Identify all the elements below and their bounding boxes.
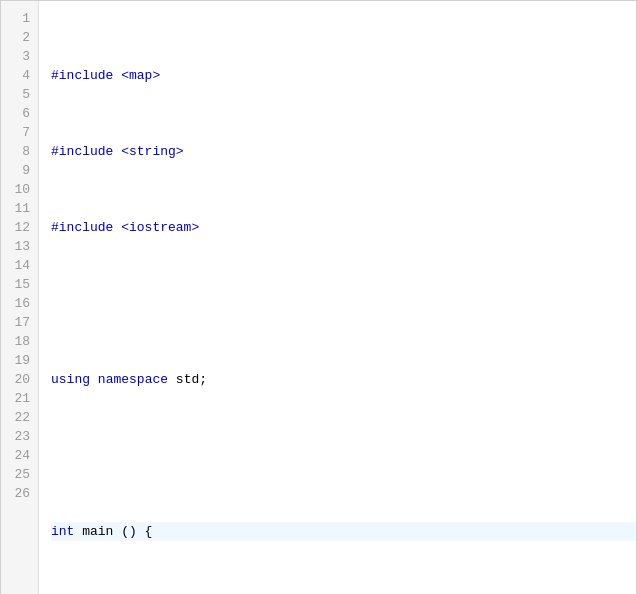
code-line-6: [51, 446, 636, 465]
token: int: [51, 524, 74, 539]
line-num: 11: [1, 199, 38, 218]
line-num: 13: [1, 237, 38, 256]
line-num: 14: [1, 256, 38, 275]
line-num: 22: [1, 408, 38, 427]
line-num: 17: [1, 313, 38, 332]
line-num: 26: [1, 484, 38, 503]
line-num: 7: [1, 123, 38, 142]
line-num: 18: [1, 332, 38, 351]
line-num: 12: [1, 218, 38, 237]
token: #include <map>: [51, 68, 160, 83]
token: #include <string>: [51, 144, 184, 159]
line-num: 3: [1, 47, 38, 66]
line-num: 9: [1, 161, 38, 180]
token: namespace: [98, 372, 168, 387]
line-num: 21: [1, 389, 38, 408]
line-num: 4: [1, 66, 38, 85]
code-line-7: int main () {: [51, 522, 636, 541]
line-num: 19: [1, 351, 38, 370]
line-num: 8: [1, 142, 38, 161]
code-line-5: using namespace std;: [51, 370, 636, 389]
line-num: 5: [1, 85, 38, 104]
line-num: 20: [1, 370, 38, 389]
code-line-1: #include <map>: [51, 66, 636, 85]
code-content[interactable]: #include <map> #include <string> #includ…: [39, 1, 636, 594]
line-num: 16: [1, 294, 38, 313]
code-editor: 1 2 3 4 5 6 7 8 9 10 11 12 13 14 15 16 1…: [0, 0, 637, 594]
line-num: 23: [1, 427, 38, 446]
code-line-2: #include <string>: [51, 142, 636, 161]
code-line-4: [51, 294, 636, 313]
token: using: [51, 372, 90, 387]
code-area: 1 2 3 4 5 6 7 8 9 10 11 12 13 14 15 16 1…: [1, 1, 636, 594]
line-num: 1: [1, 9, 38, 28]
line-numbers: 1 2 3 4 5 6 7 8 9 10 11 12 13 14 15 16 1…: [1, 1, 39, 594]
line-num: 24: [1, 446, 38, 465]
token: [90, 372, 98, 387]
token: std;: [168, 372, 207, 387]
code-line-3: #include <iostream>: [51, 218, 636, 237]
line-num: 25: [1, 465, 38, 484]
line-num: 6: [1, 104, 38, 123]
line-num: 10: [1, 180, 38, 199]
token: main () {: [74, 524, 152, 539]
token: #include <iostream>: [51, 220, 199, 235]
line-num: 2: [1, 28, 38, 47]
line-num: 15: [1, 275, 38, 294]
